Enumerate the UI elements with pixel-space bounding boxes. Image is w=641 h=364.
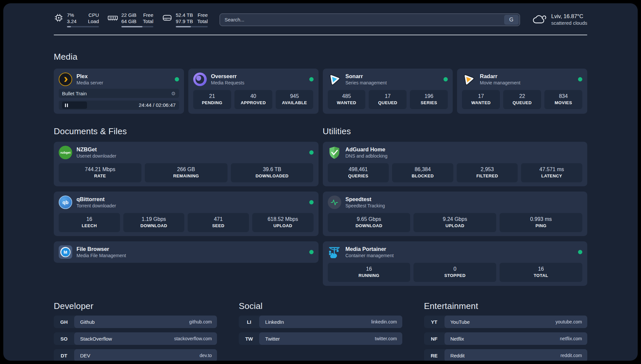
- link-row-linkedin[interactable]: LI LinkedInlinkedin.com: [239, 316, 402, 328]
- ram-icon: [107, 13, 118, 24]
- memory-stat: 22 GiBFree 64 GiBTotal: [107, 12, 153, 27]
- metric-label: RUNNING: [329, 273, 409, 279]
- metric-label: DOWNLOADED: [232, 173, 312, 179]
- metric-tile: 39.6 TBDOWNLOADED: [231, 163, 314, 182]
- cpu-stat: 7%CPU 3.24Load: [54, 12, 99, 27]
- metric-label: MOVIES: [546, 100, 581, 106]
- metric-label: WANTED: [329, 100, 364, 106]
- metric-value: 945: [277, 93, 312, 100]
- link-row-youtube[interactable]: YT YouTubeyoutube.com: [424, 316, 587, 328]
- link-url: github.com: [189, 319, 212, 324]
- metric-label: APPROVED: [236, 100, 271, 106]
- stat-value: 3.24: [67, 18, 76, 24]
- link-abbr: NF: [424, 332, 444, 345]
- app-card-filebrowser[interactable]: File Browser Media File Management: [54, 241, 319, 263]
- app-card-plex[interactable]: Plex Media server Bullet Train ⚙ 24:44 /…: [54, 69, 184, 114]
- entertainment-links: Entertainment YT YouTubeyoutube.com NF N…: [424, 301, 587, 361]
- app-description: Series management: [346, 80, 387, 86]
- app-card-qbittorrent[interactable]: qb qBittorrent Torrent downloader 16LEEC…: [54, 192, 319, 236]
- metric-tile: 485WANTED: [328, 90, 366, 109]
- portainer-icon: [328, 245, 341, 259]
- link-name: Github: [80, 319, 95, 325]
- documents-column: Documents & Files nzbget NZBGet Usenet d…: [54, 126, 319, 263]
- stat-value: 7%: [67, 12, 74, 18]
- settings-icon[interactable]: ⚙: [171, 91, 175, 96]
- link-name: Netflix: [450, 336, 464, 342]
- app-description: Media File Management: [76, 253, 126, 258]
- app-description: Media server: [76, 80, 103, 86]
- metric-tile: 1.19 GbpsDOWNLOAD: [123, 213, 185, 232]
- metric-label: BLOCKED: [393, 173, 452, 179]
- system-stats: 7%CPU 3.24Load 22 GiBFree 64 GiBTotal: [54, 12, 208, 27]
- status-dot: [309, 150, 314, 155]
- metric-value: 21: [195, 93, 230, 100]
- metric-label: STOPPED: [415, 273, 495, 279]
- app-card-sonarr[interactable]: Sonarr Series management 485WANTED 17QUE…: [323, 69, 453, 114]
- speedtest-icon: [328, 196, 341, 209]
- metric-value: 471: [189, 216, 248, 223]
- metric-value: 498,461: [329, 166, 388, 173]
- metric-tile: 744.21 MbpsRATE: [59, 163, 141, 182]
- metric-label: LEECH: [60, 223, 119, 229]
- app-card-radarr[interactable]: Radarr Movie management 17WANTED 22QUEUE…: [457, 69, 587, 114]
- link-row-reddit[interactable]: RE Redditreddit.com: [424, 349, 587, 361]
- status-dot: [578, 77, 582, 81]
- metric-tile: 22QUEUED: [503, 90, 541, 109]
- metric-value: 834: [546, 93, 581, 100]
- stat-label: CPU: [88, 12, 99, 18]
- metric-tile: 0.993 msPING: [500, 213, 582, 232]
- overseerr-icon: [193, 73, 207, 86]
- metric-value: 744.21 Mbps: [60, 166, 140, 173]
- metric-value: 9.24 Gbps: [415, 216, 495, 223]
- link-name: Reddit: [450, 353, 465, 358]
- app-card-overseerr[interactable]: Overseerr Media Requests 21PENDING 40APP…: [188, 69, 319, 114]
- weather-condition: scattered clouds: [551, 20, 587, 26]
- app-description: Usenet downloader: [76, 153, 116, 159]
- stat-value: 97.9 TB: [176, 18, 193, 24]
- app-description: Media Requests: [211, 80, 244, 86]
- app-card-speedtest[interactable]: Speedtest Speedtest Tracking 9.65 GbpsDO…: [323, 192, 588, 236]
- app-name: AdGuard Home: [346, 146, 388, 153]
- search-provider-button[interactable]: G: [504, 15, 519, 25]
- metric-tile: 0STOPPED: [413, 263, 496, 282]
- metric-tile: 40APPROVED: [234, 90, 272, 109]
- qbittorrent-icon: qb: [59, 196, 72, 209]
- metric-tile: 498,461QUERIES: [328, 163, 389, 182]
- metric-label: QUEUED: [370, 100, 405, 106]
- search-input[interactable]: [220, 14, 520, 26]
- link-row-netflix[interactable]: NF Netflixnetflix.com: [424, 332, 587, 345]
- metric-value: 0: [415, 266, 495, 272]
- pause-icon: [67, 104, 68, 107]
- metric-tile: 16TOTAL: [500, 263, 582, 282]
- stat-value: 52.4 TB: [176, 12, 193, 18]
- link-row-twitter[interactable]: TW Twittertwitter.com: [239, 332, 402, 345]
- status-dot: [309, 77, 314, 81]
- metric-value: 618.52 Mbps: [254, 216, 312, 223]
- cpu-icon: [54, 13, 64, 24]
- app-card-portainer[interactable]: Media Portainer Container management 16R…: [323, 241, 588, 286]
- link-row-github[interactable]: GH Githubgithub.com: [54, 316, 217, 328]
- stat-value: 64 GiB: [121, 18, 137, 24]
- metric-value: 0.993 ms: [501, 216, 581, 223]
- metric-value: 39.6 TB: [232, 166, 312, 173]
- app-description: Container management: [346, 253, 394, 258]
- section-title-utilities: Utilities: [323, 126, 588, 136]
- link-row-dev[interactable]: DT DEVdev.to: [54, 349, 217, 361]
- metric-label: DOWNLOAD: [329, 223, 409, 229]
- weather-summary: Lviv, 16.87°C: [551, 13, 587, 20]
- app-card-adguard[interactable]: AdGuard Home DNS and adblocking 498,461Q…: [323, 142, 588, 186]
- metric-value: 1.19 Gbps: [125, 216, 183, 223]
- now-playing-row: Bullet Train ⚙: [59, 89, 179, 98]
- weather-widget: Lviv, 16.87°C scattered clouds: [532, 13, 587, 26]
- pause-button[interactable]: [62, 102, 87, 109]
- utilities-column: Utilities AdGuard Home DNS and adblockin…: [323, 126, 588, 286]
- metric-tile: 16RUNNING: [328, 263, 411, 282]
- cloud-icon: [532, 13, 547, 26]
- metric-value: 16: [501, 266, 581, 272]
- divider: [54, 35, 587, 35]
- app-card-nzbget[interactable]: nzbget NZBGet Usenet downloader 744.21 M…: [54, 142, 319, 186]
- metric-label: PING: [501, 223, 581, 229]
- link-row-stackoverflow[interactable]: SO StackOverflowstackoverflow.com: [54, 332, 217, 345]
- metric-label: LATENCY: [522, 173, 581, 179]
- section-title-media: Media: [54, 52, 587, 62]
